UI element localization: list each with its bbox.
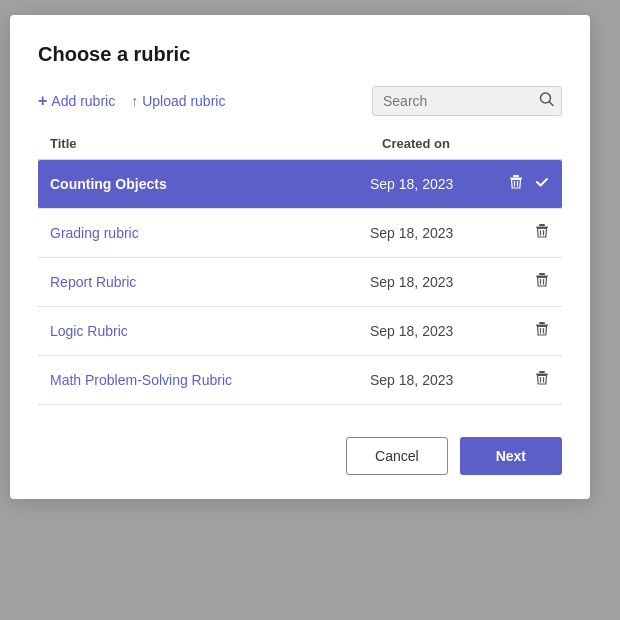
svg-rect-10 bbox=[539, 273, 545, 275]
rubric-name: Grading rubric bbox=[50, 225, 370, 241]
svg-rect-18 bbox=[539, 371, 545, 373]
delete-icon[interactable] bbox=[534, 321, 550, 341]
svg-rect-14 bbox=[539, 322, 545, 324]
svg-rect-7 bbox=[536, 227, 548, 229]
row-actions bbox=[500, 321, 550, 341]
row-actions bbox=[500, 272, 550, 292]
table-row[interactable]: Logic RubricSep 18, 2023 bbox=[38, 307, 562, 356]
svg-rect-6 bbox=[539, 224, 545, 226]
table-row[interactable]: Report RubricSep 18, 2023 bbox=[38, 258, 562, 307]
table-row[interactable]: Counting ObjectsSep 18, 2023 bbox=[38, 160, 562, 209]
table-header: Title Created on bbox=[38, 132, 562, 160]
table-row[interactable]: Math Problem-Solving RubricSep 18, 2023 bbox=[38, 356, 562, 405]
svg-rect-2 bbox=[513, 175, 519, 177]
toolbar: + Add rubric ↑ Upload rubric bbox=[38, 86, 562, 116]
upload-rubric-button[interactable]: ↑ Upload rubric bbox=[123, 87, 233, 115]
search-input[interactable] bbox=[372, 86, 562, 116]
delete-icon[interactable] bbox=[534, 370, 550, 390]
svg-rect-15 bbox=[536, 325, 548, 327]
rubric-name: Counting Objects bbox=[50, 176, 370, 192]
search-container bbox=[372, 86, 562, 116]
next-button[interactable]: Next bbox=[460, 437, 562, 475]
column-created: Created on bbox=[382, 136, 512, 151]
column-title: Title bbox=[50, 136, 382, 151]
modal-title: Choose a rubric bbox=[38, 43, 562, 66]
rubric-name: Logic Rubric bbox=[50, 323, 370, 339]
delete-icon[interactable] bbox=[534, 272, 550, 292]
rubric-date: Sep 18, 2023 bbox=[370, 372, 500, 388]
rubric-date: Sep 18, 2023 bbox=[370, 176, 500, 192]
table-row[interactable]: Grading rubricSep 18, 2023 bbox=[38, 209, 562, 258]
row-actions bbox=[500, 174, 550, 194]
delete-icon[interactable] bbox=[534, 223, 550, 243]
rubric-date: Sep 18, 2023 bbox=[370, 323, 500, 339]
cancel-button[interactable]: Cancel bbox=[346, 437, 448, 475]
svg-rect-19 bbox=[536, 374, 548, 376]
rubrics-list: Counting ObjectsSep 18, 2023 Grading rub… bbox=[38, 160, 562, 405]
rubric-name: Report Rubric bbox=[50, 274, 370, 290]
choose-rubric-modal: Choose a rubric + Add rubric ↑ Upload ru… bbox=[10, 15, 590, 499]
check-icon bbox=[534, 174, 550, 194]
upload-icon: ↑ bbox=[131, 93, 138, 109]
svg-rect-3 bbox=[510, 178, 522, 180]
add-rubric-label: Add rubric bbox=[51, 93, 115, 109]
row-actions bbox=[500, 223, 550, 243]
rubric-date: Sep 18, 2023 bbox=[370, 225, 500, 241]
svg-rect-11 bbox=[536, 276, 548, 278]
modal-overlay: Choose a rubric + Add rubric ↑ Upload ru… bbox=[0, 0, 620, 620]
add-rubric-button[interactable]: + Add rubric bbox=[38, 86, 123, 116]
modal-footer: Cancel Next bbox=[38, 433, 562, 475]
rubric-name: Math Problem-Solving Rubric bbox=[50, 372, 370, 388]
delete-icon[interactable] bbox=[508, 174, 524, 194]
row-actions bbox=[500, 370, 550, 390]
plus-icon: + bbox=[38, 92, 47, 110]
upload-rubric-label: Upload rubric bbox=[142, 93, 225, 109]
rubric-date: Sep 18, 2023 bbox=[370, 274, 500, 290]
